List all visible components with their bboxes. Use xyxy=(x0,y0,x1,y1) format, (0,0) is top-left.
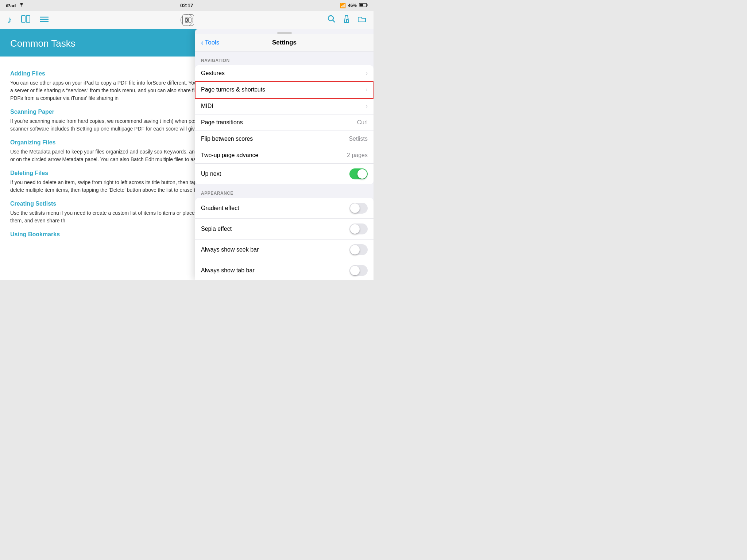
two-up-label: Two-up page advance xyxy=(201,152,258,159)
midi-right: › xyxy=(363,103,368,109)
settings-row-gestures[interactable]: Gestures › xyxy=(195,65,374,82)
svg-rect-4 xyxy=(26,16,30,22)
up-next-toggle-knob xyxy=(357,169,367,179)
battery-icon xyxy=(359,3,368,8)
menu-icon[interactable] xyxy=(40,15,49,25)
toolbar: ♪ xyxy=(0,11,374,29)
section-header-navigation: NAVIGATION xyxy=(195,51,374,65)
settings-back-button[interactable]: ‹ Tools xyxy=(201,38,219,47)
page-turners-chevron-icon: › xyxy=(366,86,368,93)
svg-rect-3 xyxy=(22,16,25,22)
main-content: Common Tasks Adding Files You can use ot… xyxy=(0,29,374,280)
tab-bar-toggle-knob xyxy=(350,266,360,275)
gradient-toggle-knob xyxy=(350,203,360,213)
note-icon[interactable]: ♪ xyxy=(7,14,12,26)
flip-scores-label: Flip between scores xyxy=(201,136,253,142)
library-icon[interactable] xyxy=(21,15,31,25)
search-icon[interactable] xyxy=(328,15,336,25)
up-next-right xyxy=(349,168,368,179)
settings-row-page-transitions[interactable]: Page transitions Curl xyxy=(195,114,374,131)
status-bar: iPad 02:17 📶 46% xyxy=(0,0,374,11)
bluetooth-icon: 📶 xyxy=(340,3,346,8)
settings-title: Settings xyxy=(272,39,297,46)
status-left: iPad xyxy=(6,3,24,8)
settings-row-tab-bar[interactable]: Always show tab bar xyxy=(195,260,374,280)
section-header-appearance: APPEARANCE xyxy=(195,184,374,198)
up-next-toggle[interactable] xyxy=(349,168,368,179)
seek-bar-toggle-knob xyxy=(350,245,360,254)
page-transitions-label: Page transitions xyxy=(201,119,243,126)
svg-rect-1 xyxy=(367,4,368,6)
settings-panel: ‹ Tools Settings NAVIGATION Gestures › P… xyxy=(195,29,374,280)
midi-label: MIDI xyxy=(201,103,213,109)
svg-point-10 xyxy=(328,16,333,21)
metronome-icon[interactable] xyxy=(343,15,350,26)
two-up-value: 2 pages xyxy=(347,152,368,159)
gestures-chevron-icon: › xyxy=(366,70,368,77)
two-up-right: 2 pages xyxy=(347,152,368,159)
flip-scores-right: Setlists xyxy=(349,136,368,142)
carrier-label: iPad xyxy=(6,3,16,8)
forward-icon[interactable] xyxy=(181,14,193,26)
tab-bar-toggle[interactable] xyxy=(349,265,368,276)
seek-bar-toggle[interactable] xyxy=(349,244,368,255)
sepia-toggle[interactable] xyxy=(349,223,368,234)
sepia-label: Sepia effect xyxy=(201,226,232,232)
settings-row-page-turners[interactable]: Page turners & shortcuts › xyxy=(195,82,374,98)
page-transitions-value: Curl xyxy=(357,119,368,126)
settings-group-appearance: Gradient effect Sepia effect Always show… xyxy=(195,198,374,280)
settings-row-two-up[interactable]: Two-up page advance 2 pages xyxy=(195,147,374,164)
gestures-right: › xyxy=(363,70,368,77)
gradient-label: Gradient effect xyxy=(201,205,239,211)
settings-back-label: Tools xyxy=(205,39,220,46)
gradient-toggle[interactable] xyxy=(349,203,368,214)
wifi-icon xyxy=(19,3,24,8)
page-turners-label: Page turners & shortcuts xyxy=(201,86,265,93)
settings-row-midi[interactable]: MIDI › xyxy=(195,98,374,114)
flip-scores-value: Setlists xyxy=(349,136,368,142)
toolbar-right xyxy=(328,15,366,26)
tab-bar-label: Always show tab bar xyxy=(201,267,255,274)
toolbar-left: ♪ xyxy=(7,14,49,26)
settings-group-navigation: Gestures › Page turners & shortcuts › MI… xyxy=(195,65,374,184)
status-time: 02:17 xyxy=(180,3,193,8)
page-turners-right: › xyxy=(363,86,368,93)
settings-row-sepia[interactable]: Sepia effect xyxy=(195,219,374,240)
seek-bar-label: Always show seek bar xyxy=(201,246,259,253)
settings-row-seek-bar[interactable]: Always show seek bar xyxy=(195,240,374,260)
gestures-label: Gestures xyxy=(201,70,225,77)
sepia-toggle-knob xyxy=(350,224,360,234)
status-right: 📶 46% xyxy=(340,3,368,8)
folder-icon[interactable] xyxy=(357,15,366,25)
settings-header: ‹ Tools Settings xyxy=(195,34,374,51)
midi-chevron-icon: › xyxy=(366,103,368,109)
svg-rect-2 xyxy=(360,4,363,6)
settings-row-flip-scores[interactable]: Flip between scores Setlists xyxy=(195,131,374,147)
settings-row-gradient[interactable]: Gradient effect xyxy=(195,198,374,219)
up-next-label: Up next xyxy=(201,171,221,177)
svg-line-11 xyxy=(333,20,335,22)
battery-label: 46% xyxy=(348,3,357,8)
settings-row-up-next[interactable]: Up next xyxy=(195,164,374,184)
page-transitions-right: Curl xyxy=(357,119,368,126)
back-chevron-icon: ‹ xyxy=(201,38,204,47)
